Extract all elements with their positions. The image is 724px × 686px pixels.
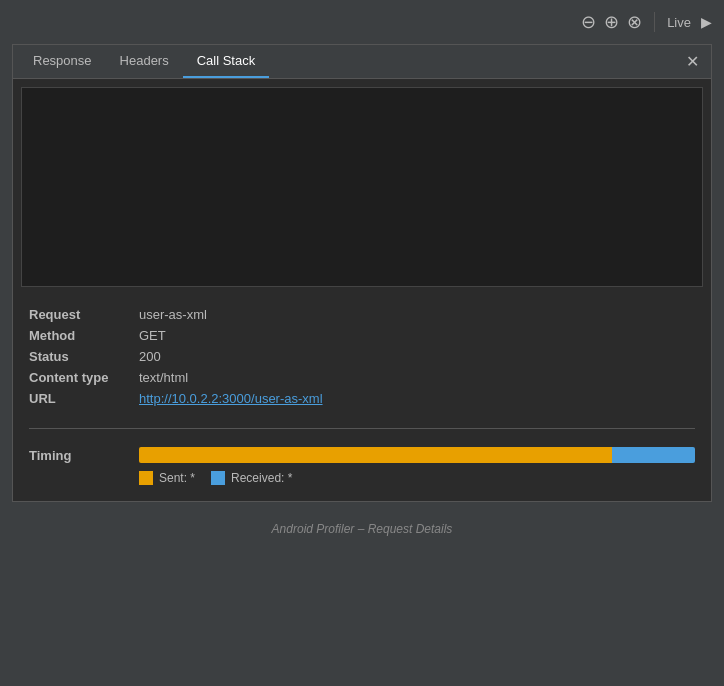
toolbar: ⊖ ⊕ ⊗ Live ▶ [0,0,724,44]
stop-icon[interactable]: ⊗ [627,13,642,31]
content-type-value: text/html [139,370,188,385]
content-type-label: Content type [29,370,139,385]
tab-bar: Response Headers Call Stack ✕ [13,45,711,79]
sent-color [139,471,153,485]
request-label: Request [29,307,139,322]
tab-call-stack[interactable]: Call Stack [183,45,270,78]
plus-icon[interactable]: ⊕ [604,13,619,31]
method-row: Method GET [29,328,695,343]
status-value: 200 [139,349,161,364]
url-row: URL http://10.0.2.2:3000/user-as-xml [29,391,695,406]
panel: Response Headers Call Stack ✕ Request us… [12,44,712,502]
url-label: URL [29,391,139,406]
request-value: user-as-xml [139,307,207,322]
content-type-row: Content type text/html [29,370,695,385]
minus-icon[interactable]: ⊖ [581,13,596,31]
timing-section: Timing Sent: * Received: * [13,439,711,501]
timing-legend: Sent: * Received: * [139,471,695,485]
live-label: Live [667,15,691,30]
tab-headers[interactable]: Headers [106,45,183,78]
toolbar-divider [654,12,655,32]
status-row: Status 200 [29,349,695,364]
timing-label: Timing [29,448,139,463]
caption: Android Profiler – Request Details [0,514,724,540]
request-row: Request user-as-xml [29,307,695,322]
sent-legend: Sent: * [139,471,195,485]
timing-bar [139,447,695,463]
timing-row: Timing [29,447,695,463]
method-label: Method [29,328,139,343]
details-section: Request user-as-xml Method GET Status 20… [13,295,711,418]
tab-response[interactable]: Response [19,45,106,78]
preview-area [21,87,703,287]
timing-bar-container [139,447,695,463]
sent-label: Sent: * [159,471,195,485]
close-button[interactable]: ✕ [682,52,703,72]
method-value: GET [139,328,166,343]
divider [29,428,695,429]
received-label: Received: * [231,471,292,485]
received-legend: Received: * [211,471,292,485]
play-icon[interactable]: ▶ [701,14,712,30]
status-label: Status [29,349,139,364]
profiler-window: ⊖ ⊕ ⊗ Live ▶ Response Headers Call Stack… [0,0,724,540]
url-value[interactable]: http://10.0.2.2:3000/user-as-xml [139,391,323,406]
received-color [211,471,225,485]
